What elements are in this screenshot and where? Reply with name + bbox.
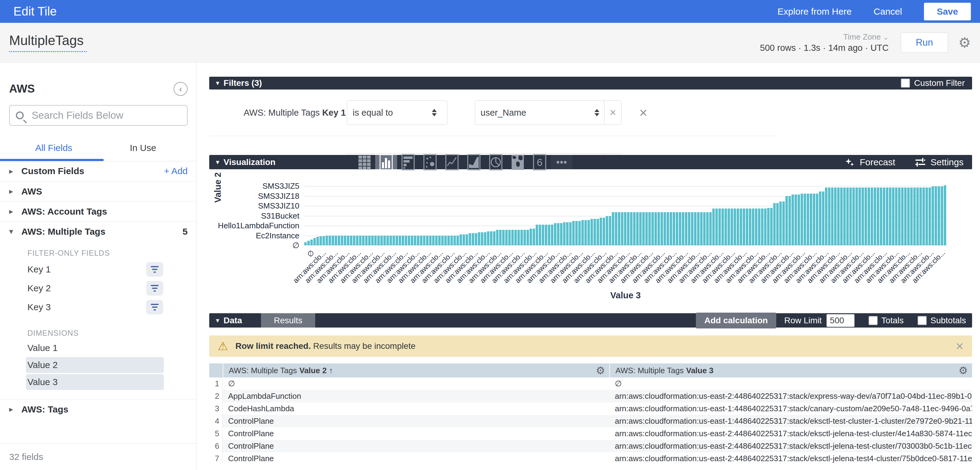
data-bar[interactable] <box>910 187 913 245</box>
data-bar[interactable] <box>493 231 495 245</box>
chevron-right-icon[interactable]: ▸ <box>9 187 21 196</box>
data-bar[interactable] <box>737 208 739 245</box>
subtotals-toggle[interactable]: Subtotals <box>914 316 966 326</box>
save-button[interactable]: Save <box>924 3 971 21</box>
data-bar[interactable] <box>913 187 916 245</box>
data-bar[interactable] <box>584 220 587 245</box>
data-bar[interactable] <box>581 220 584 245</box>
data-bar[interactable] <box>700 212 703 245</box>
cell-value3[interactable]: arn:aws:cloudformation:us-east-2:4486402… <box>609 453 972 465</box>
table-row[interactable]: 2AppLambdaFunctionarn:aws:cloudformation… <box>209 390 972 402</box>
data-bar[interactable] <box>941 186 943 245</box>
viz-type-scatter-icon[interactable] <box>419 155 441 169</box>
cell-value2[interactable]: ControlPlane <box>223 453 609 465</box>
data-bar[interactable] <box>828 187 830 245</box>
viz-type-line-icon[interactable] <box>441 155 463 169</box>
sidebar-item-aws-tags[interactable]: ▸ AWS: Tags <box>0 399 196 419</box>
explore-from-here-link[interactable]: Explore from Here <box>778 6 851 17</box>
data-bar[interactable] <box>898 187 900 245</box>
data-bar[interactable] <box>365 236 368 246</box>
data-bar[interactable] <box>396 236 398 246</box>
data-bar[interactable] <box>435 236 438 246</box>
data-bar[interactable] <box>356 236 358 246</box>
data-bar[interactable] <box>508 230 511 245</box>
data-bar[interactable] <box>660 212 663 245</box>
data-bar[interactable] <box>834 187 837 245</box>
data-bar[interactable] <box>895 187 897 245</box>
data-bar[interactable] <box>383 236 386 246</box>
data-bar[interactable] <box>874 187 876 245</box>
dimension-field-value-3[interactable]: Value 3 <box>26 374 164 390</box>
data-bar[interactable] <box>761 208 764 245</box>
cell-value3[interactable]: arn:aws:cloudformation:us-east-1:4486402… <box>609 402 972 415</box>
data-bar[interactable] <box>807 194 809 245</box>
data-bar[interactable] <box>481 232 483 245</box>
data-bar[interactable] <box>326 236 328 246</box>
filter-only-field-row[interactable]: Key 3 <box>27 298 188 317</box>
data-bar[interactable] <box>353 236 355 246</box>
data-bar[interactable] <box>667 212 669 245</box>
data-bar[interactable] <box>569 222 572 245</box>
data-bar[interactable] <box>615 212 617 245</box>
data-bar[interactable] <box>883 187 885 245</box>
viz-settings-button[interactable]: Settings <box>915 157 964 167</box>
data-bar[interactable] <box>517 230 520 245</box>
data-bar[interactable] <box>929 187 931 245</box>
table-row[interactable]: 1∅∅ <box>209 378 972 390</box>
data-bar[interactable] <box>822 192 824 245</box>
data-bar[interactable] <box>444 236 447 246</box>
row-limit-input[interactable] <box>827 314 854 327</box>
filter-operator-select[interactable]: is equal to <box>347 100 447 125</box>
remove-filter-icon[interactable]: × <box>639 105 648 121</box>
data-bar[interactable] <box>377 236 380 246</box>
data-bar[interactable] <box>463 234 465 245</box>
data-bar[interactable] <box>837 187 840 245</box>
data-bar[interactable] <box>798 195 800 245</box>
field-search-input[interactable] <box>32 110 181 121</box>
data-bar[interactable] <box>539 225 541 245</box>
data-bar[interactable] <box>457 236 459 246</box>
data-bar[interactable] <box>514 230 517 245</box>
data-bar[interactable] <box>469 233 471 245</box>
column-gear-icon[interactable]: ⚙ <box>959 364 968 376</box>
data-bar[interactable] <box>743 208 745 245</box>
data-bar[interactable] <box>530 229 532 245</box>
data-bar[interactable] <box>466 234 468 245</box>
data-bar[interactable] <box>627 212 630 245</box>
dimension-field-value-2[interactable]: Value 2 <box>26 357 164 373</box>
data-bar[interactable] <box>846 187 849 245</box>
data-bar[interactable] <box>877 187 879 245</box>
field-search-box[interactable] <box>9 105 188 126</box>
data-bar[interactable] <box>886 187 888 245</box>
data-bar[interactable] <box>499 230 501 245</box>
data-bar[interactable] <box>563 222 566 245</box>
column-header-value2[interactable]: AWS: Multiple TagsValue 2 ↑ ⚙ <box>223 364 609 378</box>
data-bar[interactable] <box>889 187 891 245</box>
query-title-wrap[interactable]: MultipleTags <box>9 33 87 52</box>
filter-by-field-icon[interactable] <box>146 281 163 295</box>
add-custom-field-button[interactable]: + Add <box>164 166 188 176</box>
data-bar[interactable] <box>944 186 946 245</box>
tab-results[interactable]: Results <box>261 313 315 327</box>
data-bar[interactable] <box>810 194 812 245</box>
data-bar[interactable] <box>523 230 526 245</box>
data-bar[interactable] <box>402 236 404 246</box>
data-bar[interactable] <box>362 236 364 246</box>
data-bar[interactable] <box>542 225 544 245</box>
data-bar[interactable] <box>843 187 846 245</box>
chevron-down-icon[interactable]: ▾ <box>216 158 219 166</box>
table-row[interactable]: 6ControlPlanearn:aws:cloudformation:us-e… <box>209 440 972 453</box>
subtotals-checkbox[interactable] <box>918 316 927 325</box>
cell-value2[interactable]: ControlPlane <box>223 427 609 440</box>
data-bar[interactable] <box>484 232 486 245</box>
column-header-value3[interactable]: AWS: Multiple TagsValue 3 ⚙ <box>609 364 972 378</box>
data-bar[interactable] <box>816 194 818 245</box>
data-bar[interactable] <box>785 196 788 246</box>
data-bar[interactable] <box>450 236 453 246</box>
viz-type-table-icon[interactable] <box>353 155 375 169</box>
data-bar[interactable] <box>578 221 581 245</box>
data-bar[interactable] <box>670 212 672 245</box>
data-bar[interactable] <box>862 187 864 245</box>
data-bar[interactable] <box>511 230 514 245</box>
cell-value2[interactable]: AppLambdaFunction <box>223 390 609 402</box>
